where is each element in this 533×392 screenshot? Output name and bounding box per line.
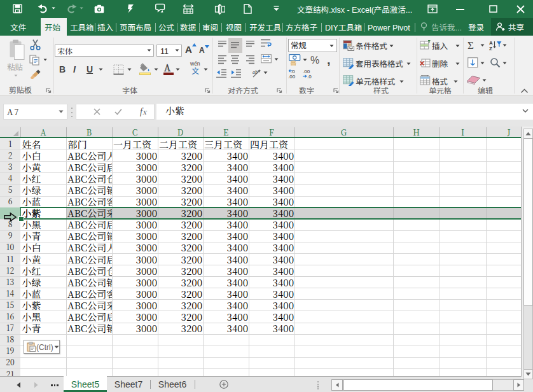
- svg-text:ab: ab: [253, 69, 258, 75]
- svg-text:.00: .00: [288, 74, 296, 78]
- svg-text:Z: Z: [489, 46, 492, 51]
- svg-text:.0: .0: [307, 74, 312, 78]
- svg-text:A: A: [489, 40, 493, 46]
